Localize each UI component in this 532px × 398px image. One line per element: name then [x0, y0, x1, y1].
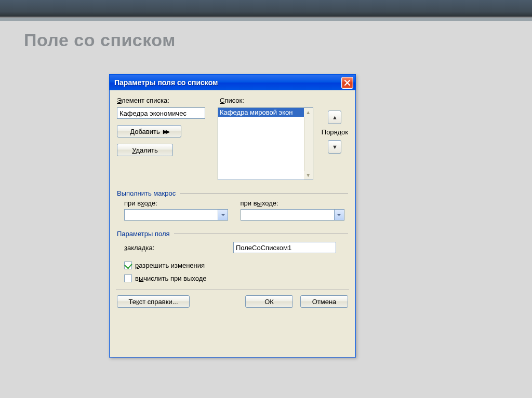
list-item[interactable]: Кафедра мировой экон	[218, 108, 304, 117]
macro-enter-combo[interactable]	[124, 209, 228, 221]
help-text-button-label: Текст справки...	[128, 298, 178, 306]
arrow-down-icon: ▼	[332, 144, 338, 150]
remove-button[interactable]: Удалить	[117, 144, 173, 156]
macro-enter-value	[125, 210, 218, 220]
label-allow-changes: разрешить изменения	[135, 262, 205, 269]
scroll-up-icon[interactable]: ▲	[304, 108, 313, 117]
label-order: Порядок	[322, 128, 348, 136]
chevron-down-icon[interactable]	[334, 210, 344, 220]
close-button[interactable]	[341, 77, 353, 89]
checkbox-allow-changes[interactable]	[124, 262, 132, 269]
element-input[interactable]	[117, 107, 205, 119]
ok-button-label: ОК	[264, 298, 274, 306]
macro-exit-value	[241, 210, 334, 220]
titlebar[interactable]: Параметры поля со списком	[110, 75, 355, 90]
list-box[interactable]: Кафедра мировой экон ▲ ▼	[218, 107, 313, 180]
checkbox-calc-on-exit[interactable]	[124, 275, 132, 282]
label-on-enter: при входе:	[124, 199, 232, 207]
add-button-label: обавить	[135, 128, 160, 135]
combobox-parameters-dialog: Параметры поля со списком Элемент списка…	[109, 74, 356, 358]
close-icon	[344, 79, 351, 86]
checkbox-allow-changes-row[interactable]: разрешить изменения	[124, 262, 348, 269]
macro-exit-combo[interactable]	[241, 209, 344, 221]
scroll-down-icon[interactable]: ▼	[304, 171, 313, 180]
order-up-button[interactable]: ▲	[328, 111, 341, 124]
section-field-params: Параметры поля	[117, 230, 348, 238]
section-macro: Выполнить макрос	[117, 189, 348, 197]
chevron-down-icon[interactable]	[218, 210, 228, 220]
label-calc-on-exit: вычислить при выходе	[135, 275, 206, 282]
fast-forward-icon: ▶▶	[163, 129, 168, 134]
label-bookmark: закладка:	[124, 244, 228, 252]
dialog-title: Параметры поля со списком	[114, 78, 218, 87]
listbox-scrollbar[interactable]: ▲ ▼	[304, 108, 313, 180]
section-field-params-label: Параметры поля	[117, 230, 170, 238]
help-text-button[interactable]: Текст справки...	[117, 295, 190, 308]
add-button[interactable]: Добавить ▶▶	[117, 125, 181, 138]
label-list-element: Элемент списка:	[117, 97, 211, 104]
ok-button[interactable]: ОК	[245, 295, 293, 308]
label-list: Список:	[220, 97, 348, 104]
section-macro-label: Выполнить макрос	[117, 189, 176, 197]
remove-button-label: Удалить	[132, 146, 158, 154]
cancel-button[interactable]: Отмена	[300, 295, 348, 308]
order-down-button[interactable]: ▼	[328, 140, 341, 154]
page-title: Поле со списком	[24, 30, 176, 50]
arrow-up-icon: ▲	[332, 114, 338, 120]
checkbox-calc-on-exit-row[interactable]: вычислить при выходе	[124, 275, 348, 282]
app-topbar	[0, 0, 532, 18]
bookmark-input[interactable]	[233, 242, 336, 253]
cancel-button-label: Отмена	[312, 298, 337, 306]
app-subbar	[0, 18, 532, 21]
dialog-client: Элемент списка: Список: Добавить ▶▶ Удал…	[110, 90, 355, 314]
label-on-exit: при выходе:	[241, 199, 349, 207]
dialog-footer: Текст справки... ОК Отмена	[117, 295, 348, 308]
footer-separator	[116, 290, 349, 290]
